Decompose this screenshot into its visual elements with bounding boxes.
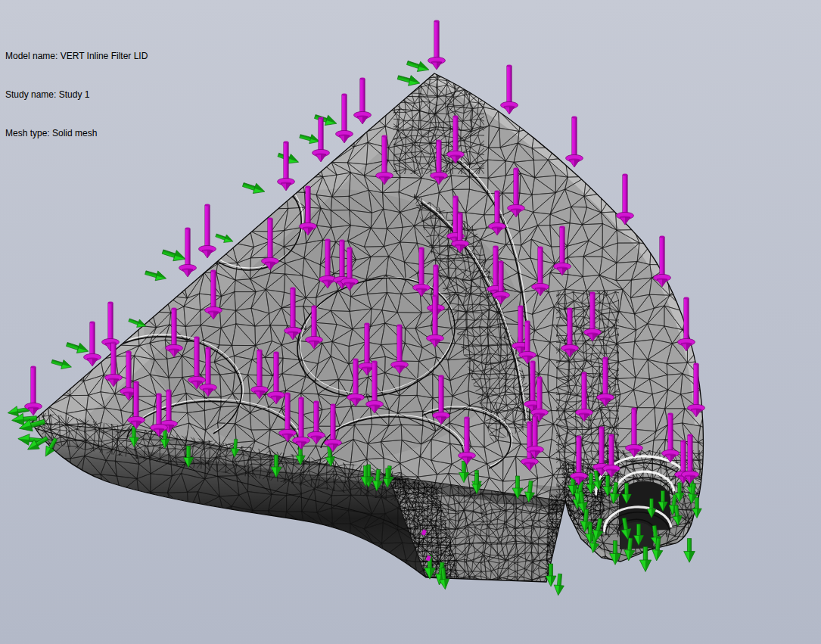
graphics-viewport[interactable]: Model name: VERT Inline Filter LID Study…: [0, 0, 821, 644]
study-name-label: Study name: Study 1: [5, 89, 148, 101]
model-name-label: Model name: VERT Inline Filter LID: [5, 50, 148, 63]
annotation-text: Model name: VERT Inline Filter LID Study…: [5, 24, 148, 166]
mesh-type-label: Mesh type: Solid mesh: [5, 127, 148, 140]
